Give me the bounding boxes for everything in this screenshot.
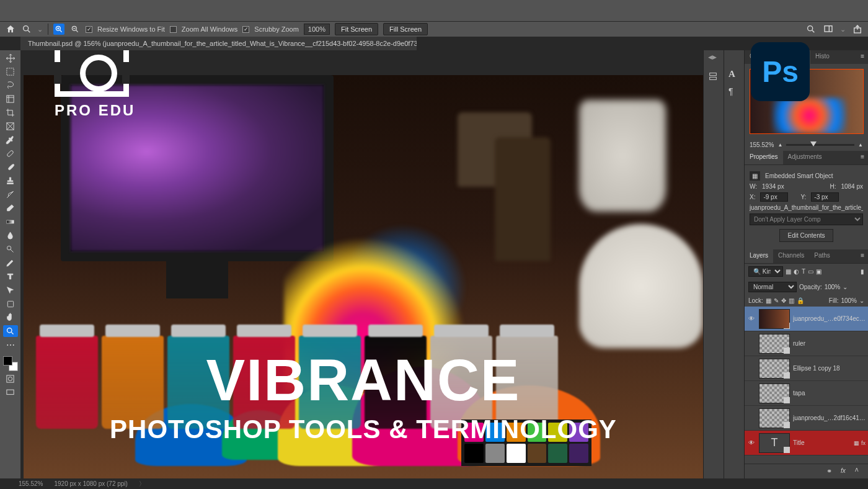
- tab-properties[interactable]: Properties: [745, 151, 783, 164]
- layer-row[interactable]: Ellipse 1 copy 18: [745, 356, 868, 381]
- zoom-value-input[interactable]: 100%: [304, 24, 330, 35]
- layer-thumbnail[interactable]: [759, 408, 790, 428]
- layer-row[interactable]: juanproedu_…2df16c418_1: [745, 406, 868, 431]
- filter-image-icon[interactable]: ▦: [786, 268, 791, 275]
- filter-toggle-icon[interactable]: ▮: [861, 268, 864, 275]
- marquee-tool-icon[interactable]: [3, 66, 18, 78]
- layer-thumbnail[interactable]: [759, 334, 790, 354]
- selection-tool-icon[interactable]: [3, 93, 18, 105]
- panel-menu-icon[interactable]: ≡: [857, 151, 868, 164]
- nav-zoom-out-icon[interactable]: ▲: [777, 142, 782, 148]
- layer-comp-select[interactable]: Don't Apply Layer Comp: [750, 213, 863, 225]
- y-input[interactable]: [811, 192, 839, 202]
- status-dims[interactable]: 1920 px x 1080 px (72 ppi): [54, 480, 127, 487]
- hand-tool-icon[interactable]: [3, 312, 18, 323]
- search-icon[interactable]: [805, 24, 817, 35]
- blur-tool-icon[interactable]: [3, 230, 18, 241]
- screen-mode-icon[interactable]: [3, 387, 18, 398]
- nav-zoom-slider[interactable]: [786, 144, 854, 146]
- tab-history[interactable]: Histo: [810, 50, 835, 64]
- heal-tool-icon[interactable]: [3, 148, 18, 159]
- link-layers-icon[interactable]: ⚭: [826, 467, 835, 475]
- layer-name[interactable]: juanproedu_…2df16c418_1: [793, 415, 866, 421]
- opacity-value[interactable]: 100%: [825, 284, 841, 290]
- layer-name[interactable]: juanproedu_…e0f734ec53: [793, 315, 866, 322]
- workspace-icon[interactable]: [823, 24, 834, 35]
- history-brush-icon[interactable]: [3, 189, 18, 200]
- stamp-tool-icon[interactable]: [3, 175, 18, 187]
- dodge-tool-icon[interactable]: [3, 243, 18, 255]
- edit-contents-button[interactable]: Edit Contents: [779, 229, 833, 242]
- zoom-all-checkbox[interactable]: [170, 26, 177, 33]
- brush-tool-icon[interactable]: [3, 161, 18, 173]
- zoom-out-icon[interactable]: [69, 24, 81, 35]
- collapse-arrow-icon[interactable]: ◀▶: [708, 54, 719, 65]
- layer-row[interactable]: 👁juanproedu_…e0f734ec53: [745, 307, 868, 331]
- layer-name[interactable]: ruler: [793, 340, 866, 347]
- filter-type-icon[interactable]: T: [802, 268, 805, 275]
- layer-thumbnail[interactable]: [759, 384, 790, 403]
- color-swatch[interactable]: [3, 356, 18, 371]
- filter-shape-icon[interactable]: ▭: [808, 268, 813, 275]
- fill-screen-button[interactable]: Fill Screen: [383, 23, 428, 35]
- eraser-tool-icon[interactable]: [3, 202, 18, 214]
- nav-zoom-value[interactable]: 155.52%: [750, 141, 774, 148]
- panel-menu-icon[interactable]: ≡: [857, 249, 868, 263]
- layer-thumbnail[interactable]: T: [759, 433, 790, 453]
- shape-tool-icon[interactable]: [3, 298, 18, 310]
- tool-zoom-icon[interactable]: [21, 24, 32, 35]
- tab-channels[interactable]: Channels: [773, 249, 809, 263]
- eyedropper-tool-icon[interactable]: [3, 134, 18, 146]
- pen-tool-icon[interactable]: [3, 257, 18, 269]
- frame-tool-icon[interactable]: [3, 120, 18, 132]
- layer-thumbnail[interactable]: [759, 359, 790, 379]
- path-tool-icon[interactable]: [3, 284, 18, 296]
- layer-name[interactable]: Ellipse 1 copy 18: [793, 365, 866, 372]
- fill-value[interactable]: 100%: [841, 297, 857, 304]
- document-tab[interactable]: Thumbnail.psd @ 156% (juanproedu_A_thumb…: [20, 37, 417, 50]
- share-icon[interactable]: [852, 24, 863, 35]
- layer-name[interactable]: Title: [793, 439, 851, 446]
- character-panel-icon[interactable]: A: [728, 69, 740, 80]
- x-input[interactable]: [760, 192, 788, 202]
- nav-zoom-in-icon[interactable]: ▲: [858, 142, 863, 148]
- lock-paint-icon[interactable]: ✎: [774, 297, 779, 304]
- tab-adjustments[interactable]: Adjustments: [783, 151, 827, 164]
- layer-fx-icon[interactable]: fx: [841, 467, 849, 475]
- filter-adjust-icon[interactable]: ◐: [794, 268, 799, 275]
- layer-name[interactable]: tapa: [793, 390, 866, 397]
- chevron-up-icon[interactable]: ᐱ: [855, 467, 863, 475]
- gradient-tool-icon[interactable]: [3, 216, 18, 228]
- visibility-icon[interactable]: 👁: [747, 439, 756, 446]
- layer-row[interactable]: 👁TTitle▦ fx: [745, 431, 868, 455]
- layer-row[interactable]: ruler: [745, 331, 868, 356]
- visibility-icon[interactable]: 👁: [747, 315, 756, 322]
- canvas-area[interactable]: VIBRANCE PHOTOSHOP TOOLS & TERMINOLOGY P…: [20, 50, 703, 478]
- edit-toolbar-icon[interactable]: ⋯: [3, 339, 18, 351]
- lasso-tool-icon[interactable]: [3, 79, 18, 91]
- lock-all-icon[interactable]: 🔒: [797, 297, 804, 304]
- status-zoom[interactable]: 155.52%: [19, 480, 43, 487]
- lock-nest-icon[interactable]: ▥: [789, 297, 794, 304]
- type-tool-icon[interactable]: [3, 271, 18, 282]
- layer-filter-select[interactable]: 🔍 KindKind: [748, 266, 783, 277]
- paragraph-panel-icon[interactable]: ¶: [728, 86, 740, 97]
- lock-trans-icon[interactable]: ▦: [766, 297, 771, 304]
- zoom-tool-icon[interactable]: [3, 325, 18, 337]
- history-panel-icon[interactable]: [708, 71, 719, 83]
- tab-paths[interactable]: Paths: [809, 249, 835, 263]
- move-tool-icon[interactable]: [3, 52, 18, 64]
- panel-menu-icon[interactable]: ≡: [857, 50, 868, 64]
- zoom-in-icon[interactable]: [53, 24, 64, 35]
- blend-mode-select[interactable]: Normal: [748, 282, 797, 292]
- layer-row[interactable]: tapa: [745, 381, 868, 406]
- scrubby-zoom-checkbox[interactable]: [242, 26, 249, 33]
- fit-screen-button[interactable]: Fit Screen: [335, 23, 378, 35]
- resize-windows-checkbox[interactable]: [86, 26, 92, 33]
- layer-thumbnail[interactable]: [759, 309, 790, 329]
- filter-smart-icon[interactable]: ▣: [816, 268, 822, 275]
- quick-mask-icon[interactable]: [3, 373, 18, 385]
- crop-tool-icon[interactable]: [3, 107, 18, 119]
- tab-layers[interactable]: Layers: [745, 249, 773, 263]
- home-icon[interactable]: [5, 24, 16, 35]
